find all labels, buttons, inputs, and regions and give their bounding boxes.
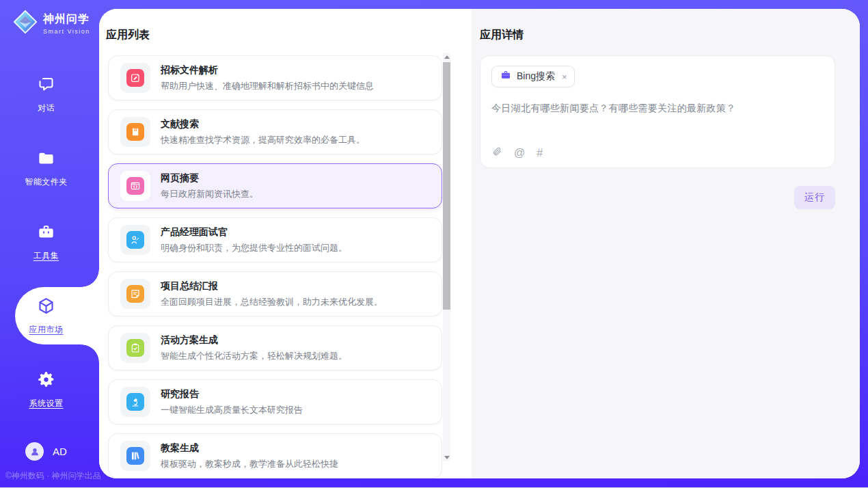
hash-icon[interactable]: # [537,148,543,159]
app-card-desc: 全面回顾项目进展，总结经验教训，助力未来优化发展。 [161,296,383,308]
tool-tag-bing-search[interactable]: Bing搜索 × [491,66,575,87]
app-detail-pane: 应用详情 Bing搜索 × 今日湖北有哪些新闻要点？有哪些需要关注的最新政策？ [472,9,860,478]
app-card-research-report[interactable]: 研究报告 一键智能生成高质量长文本研究报告 [108,379,442,424]
app-card-title: 网页摘要 [161,172,258,185]
user-account[interactable]: AD [0,442,92,461]
folder-icon [37,149,55,170]
app-card-title: 文献搜索 [161,118,365,131]
icon-box [120,441,150,471]
brand-subtitle: Smart Vision [43,28,90,35]
briefcase-icon [500,70,511,83]
interview-icon [126,231,144,249]
copyright-footer: ©神州数码 · 神州问学出品 [5,470,101,482]
sidebar: 神州问学 Smart Vision 对话 智能文件夹 [0,0,99,488]
composer-toolbar: @ # [492,146,543,160]
sidebar-item-label: 对话 [38,103,55,114]
app-card-desc: 模板驱动，教案秒成，教学准备从此轻松快捷 [161,458,338,470]
brand-logo: 神州问学 Smart Vision [0,0,99,38]
gem-logo-icon [12,9,38,38]
cube-icon [37,297,55,318]
app-card-bid-analysis[interactable]: 招标文件解析 帮助用户快速、准确地理解和解析招标书中的关键信息 [108,55,442,100]
scrollbar-thumb[interactable] [443,62,450,310]
edit-doc-icon [126,69,144,87]
sidebar-item-label: 系统设置 [29,398,64,409]
icon-box [120,279,150,309]
sidebar-item-settings[interactable]: 系统设置 [0,364,92,416]
app-card-title: 招标文件解析 [161,64,374,77]
app-card-desc: 快速精准查找学术资源，提高研究效率的必备工具。 [161,134,365,146]
avatar [25,442,44,461]
app-list-pane: 应用列表 招标文件解析 帮助用户快速、准确地理解和解析招标书中的关键信息 [99,9,472,478]
microscope-icon [126,393,144,411]
app-card-literature-search[interactable]: 文献搜索 快速精准查找学术资源，提高研究效率的必备工具。 [108,109,442,154]
sidebar-item-label: 应用市场 [29,324,64,336]
sidebar-nav: 对话 智能文件夹 工具集 [0,68,92,437]
toolbox-icon [37,223,55,244]
books-icon [126,447,144,465]
clipboard-icon [126,339,144,357]
web-code-icon [126,177,144,195]
sidebar-item-app-market[interactable]: 应用市场 [0,290,92,342]
tool-tag-close-icon[interactable]: × [562,72,567,82]
app-card-desc: 帮助用户快速、准确地理解和解析招标书中的关键信息 [161,80,374,92]
icon-box [120,117,150,147]
prompt-editor[interactable]: Bing搜索 × 今日湖北有哪些新闻要点？有哪些需要关注的最新政策？ @ # [480,55,835,168]
book-icon [126,123,144,141]
mention-icon[interactable]: @ [514,148,525,159]
sidebar-item-smart-folder[interactable]: 智能文件夹 [0,142,92,194]
sidebar-item-toolset[interactable]: 工具集 [0,216,92,268]
icon-box [120,225,150,255]
icon-box [120,387,150,417]
app-card-title: 产品经理面试官 [161,226,347,239]
user-initials: AD [53,446,67,457]
scroll-up-arrow[interactable] [443,53,450,61]
scroll-down-arrow[interactable] [443,453,450,461]
app-detail-title: 应用详情 [480,28,860,42]
main-panel: 应用列表 招标文件解析 帮助用户快速、准确地理解和解析招标书中的关键信息 [99,9,860,478]
icon-box [120,63,150,93]
app-card-title: 教案生成 [161,442,338,455]
app-card-desc: 智能生成个性化活动方案，轻松解决规划难题。 [161,350,347,362]
app-card-title: 研究报告 [161,388,303,401]
chat-icon [37,75,55,96]
active-tab-background [15,287,99,344]
app-card-web-summary[interactable]: 网页摘要 每日政府新闻资讯快查。 [108,163,442,208]
app-card-desc: 明确身份和职责，为您提供专业性的面试问题。 [161,242,347,254]
sidebar-item-chat[interactable]: 对话 [0,68,92,120]
gear-icon [37,370,55,392]
sidebar-item-label: 工具集 [33,250,59,262]
app-list-title: 应用列表 [106,28,150,42]
app-card-lesson-plan[interactable]: 教案生成 模板驱动，教案秒成，教学准备从此轻松快捷 [108,433,442,478]
list-scrollbar[interactable] [443,53,450,461]
icon-box [120,171,150,201]
app-card-list: 招标文件解析 帮助用户快速、准确地理解和解析招标书中的关键信息 文献搜索 快速精… [108,55,442,478]
brand-name: 神州问学 [43,12,90,27]
note-icon [126,285,144,303]
attachment-icon[interactable] [492,146,502,160]
app-card-event-plan[interactable]: 活动方案生成 智能生成个性化活动方案，轻松解决规划难题。 [108,325,442,370]
app-card-desc: 一键智能生成高质量长文本研究报告 [161,404,303,416]
icon-box [120,333,150,363]
app-card-title: 项目总结汇报 [161,280,383,293]
app-card-title: 活动方案生成 [161,334,347,347]
app-card-desc: 每日政府新闻资讯快查。 [161,188,258,200]
query-text[interactable]: 今日湖北有哪些新闻要点？有哪些需要关注的最新政策？ [491,103,824,115]
run-button[interactable]: 运行 [794,186,835,209]
app-card-pm-interviewer[interactable]: 产品经理面试官 明确身份和职责，为您提供专业性的面试问题。 [108,217,442,262]
tool-tag-label: Bing搜索 [517,70,555,83]
app-card-project-summary[interactable]: 项目总结汇报 全面回顾项目进展，总结经验教训，助力未来优化发展。 [108,271,442,316]
sidebar-item-label: 智能文件夹 [25,176,68,188]
